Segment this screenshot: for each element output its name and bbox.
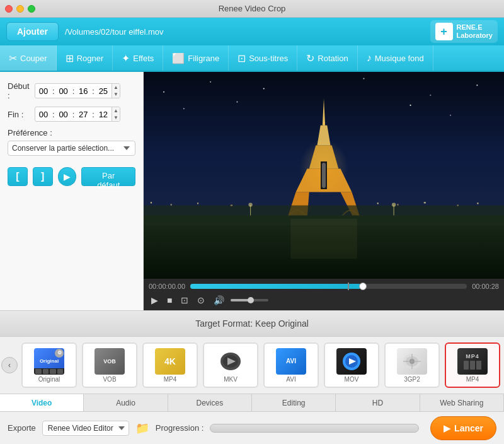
folder-button[interactable]: 📁 — [135, 421, 149, 435]
video-area: 00:00:00.00 00:00:28 ▶ ■ ⊡ ⊙ 🔊 — [144, 72, 504, 310]
volume-slider[interactable] — [231, 299, 268, 301]
svg-point-31 — [248, 202, 252, 206]
mkv-label: MKV — [224, 376, 238, 383]
format-item-vob[interactable]: VOB VOB — [82, 342, 137, 388]
debut-hours[interactable] — [35, 85, 52, 97]
debut-seconds[interactable] — [75, 85, 91, 97]
toolbar-label-rotation: Rotation — [318, 54, 348, 63]
format-item-avi[interactable]: AVI AVI — [263, 342, 319, 388]
svg-point-7 — [183, 108, 185, 109]
mkv-icon — [215, 348, 246, 375]
toolbar-item-couper[interactable]: ✂ Couper — [0, 45, 57, 71]
toolbar-item-effets[interactable]: ✦ Effets — [113, 45, 163, 71]
fin-hours[interactable] — [35, 108, 52, 120]
file-path: /Volumes/02/tour eiffel.mov — [65, 27, 164, 37]
play-icon: ▶ — [444, 423, 450, 433]
toolbar-item-rotation[interactable]: ↻ Rotation — [297, 45, 357, 71]
logo: + RENE.E Laboratory — [430, 20, 498, 43]
maximize-button[interactable] — [28, 5, 35, 13]
format-item-3gp2[interactable]: 3GP2 — [384, 342, 440, 388]
progress-handle[interactable] — [359, 283, 367, 290]
svg-rect-29 — [290, 219, 357, 259]
current-time: 00:00:00.00 — [149, 283, 185, 290]
fin-minutes[interactable] — [55, 108, 72, 120]
debut-frames[interactable] — [95, 85, 112, 97]
fin-down-arrow[interactable]: ▼ — [112, 114, 120, 121]
format-bar: Target Format: Keep Original — [0, 310, 504, 337]
watermark-icon: ⬜ — [172, 52, 185, 64]
debut-spinner: ▲ ▼ — [112, 84, 120, 98]
svg-point-3 — [263, 88, 265, 89]
export-select[interactable]: Renee Video Editor — [42, 421, 129, 436]
format-item-original[interactable]: Original ⚙ Original — [21, 342, 77, 388]
format-tabs: Video Audio Devices Editing HD Web Shari… — [0, 394, 504, 411]
fin-up-arrow[interactable]: ▲ — [112, 107, 120, 114]
debut-up-arrow[interactable]: ▲ — [112, 84, 120, 91]
tab-audio[interactable]: Audio — [84, 394, 168, 411]
snapshot-button[interactable]: ⊡ — [178, 294, 191, 307]
vob-icon: VOB — [94, 348, 125, 375]
volume-handle[interactable] — [248, 297, 254, 303]
fin-frames[interactable] — [95, 108, 112, 120]
progress-track[interactable] — [190, 284, 467, 289]
format-item-mov[interactable]: MOV — [324, 342, 379, 388]
scissors-icon: ✂ — [9, 52, 17, 64]
close-button[interactable] — [5, 5, 13, 13]
window-controls — [5, 5, 35, 13]
tab-hd[interactable]: HD — [336, 394, 420, 411]
play-preview-button[interactable]: ▶ — [58, 167, 77, 186]
bracket-right-button[interactable]: ] — [33, 167, 53, 186]
toolbar-item-filigrane[interactable]: ⬜ Filigrane — [163, 45, 229, 71]
mp4-selected-label: MP4 — [466, 376, 479, 383]
toolbar-item-soustitres[interactable]: ⊡ Sous-titres — [229, 45, 297, 71]
format-nav-left[interactable]: ‹ — [1, 357, 18, 373]
svg-point-8 — [236, 102, 238, 103]
format-item-mkv[interactable]: MKV — [203, 342, 258, 388]
tab-editing[interactable]: Editing — [252, 394, 336, 411]
music-icon: ♪ — [367, 52, 372, 64]
toolbar-item-musique[interactable]: ♪ Musique fond — [358, 45, 433, 71]
debut-down-arrow[interactable]: ▼ — [112, 91, 120, 98]
pref-label: Préférence : — [8, 128, 135, 137]
toolbar-item-rogner[interactable]: ⊞ Rogner — [57, 45, 113, 71]
stop-button[interactable]: ■ — [164, 294, 175, 307]
vob-label: VOB — [103, 376, 116, 383]
rotation-icon: ↻ — [306, 52, 314, 64]
end-time: 00:00:28 — [472, 283, 499, 290]
title-bar: Renee Video Crop — [0, 0, 504, 18]
play-button[interactable]: ▶ — [149, 294, 161, 307]
mp4-4k-icon: 4K — [155, 348, 185, 375]
volume-button[interactable]: 🔊 — [211, 294, 227, 307]
video-scrollbar[interactable] — [321, 161, 327, 189]
pref-select[interactable]: Conserver la partie sélection... — [8, 141, 135, 156]
video-frame[interactable] — [144, 72, 504, 279]
progression-track — [210, 424, 419, 433]
lancer-button[interactable]: ▶ Lancer — [430, 416, 496, 440]
par-default-button[interactable]: Par défaut — [81, 167, 135, 186]
format-item-mp4-selected[interactable]: MP4 MP4 — [445, 342, 500, 388]
avi-icon: AVI — [276, 348, 306, 375]
bracket-left-button[interactable]: [ — [8, 167, 28, 186]
svg-rect-22 — [197, 202, 198, 204]
app-title: Renee Video Crop — [219, 4, 286, 13]
format-section: ‹ Original ⚙ — [0, 337, 504, 411]
record-button[interactable]: ⊙ — [195, 294, 207, 307]
format-label: Target Format: Keep Original — [195, 318, 309, 329]
main-area: Début : : : : ▲ ▼ Fin : — [0, 72, 504, 310]
progress-row: 00:00:00.00 00:00:28 — [149, 283, 499, 290]
toolbar-label-musique: Musique fond — [375, 54, 424, 63]
debut-minutes[interactable] — [55, 85, 72, 97]
fin-seconds[interactable] — [75, 108, 91, 120]
tab-video[interactable]: Video — [0, 394, 84, 411]
format-item-mp4-4k[interactable]: 4K MP4 — [142, 342, 198, 388]
debut-time-field: : : : ▲ ▼ — [35, 83, 120, 98]
tab-websharing[interactable]: Web Sharing — [420, 394, 504, 411]
tab-devices[interactable]: Devices — [168, 394, 252, 411]
toolbar-label-couper: Couper — [20, 54, 47, 63]
mov-label: MOV — [345, 376, 359, 383]
original-label: Original — [38, 376, 60, 383]
format-scroller: ‹ Original ⚙ — [0, 337, 504, 394]
add-button[interactable]: Ajouter — [6, 22, 59, 41]
minimize-button[interactable] — [16, 5, 24, 13]
fin-row: Fin : : : : ▲ ▼ — [8, 107, 135, 122]
